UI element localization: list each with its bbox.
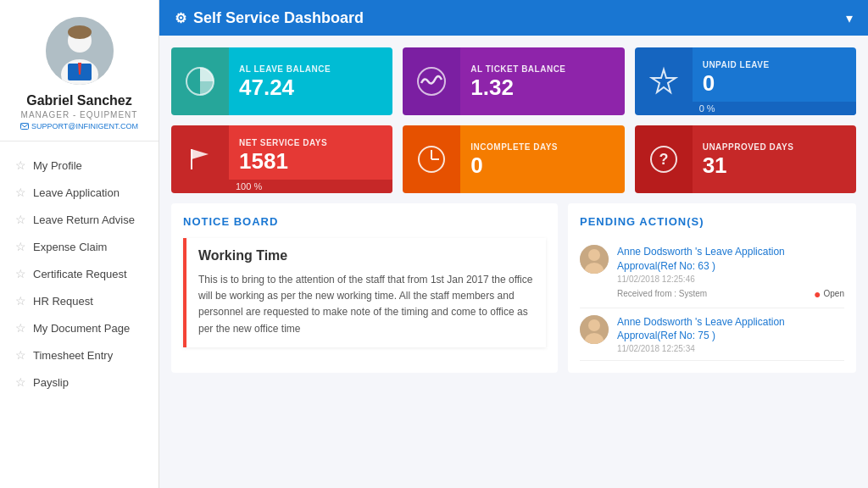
star-icon: ☆	[15, 267, 26, 280]
main-panel: ⚙ Self Service Dashboard ▾ AL LEAVE BALA…	[159, 0, 868, 488]
header: ⚙ Self Service Dashboard ▾	[159, 0, 868, 36]
sidebar-item-label: Payslip	[33, 376, 69, 389]
star-icon: ☆	[15, 186, 26, 199]
incomplete-days-card: INCOMPLETE DAYS 0	[403, 125, 624, 193]
pending-date-2: 11/02/2018 12:25:34	[617, 344, 844, 353]
user-role: MANAGER - EQUIPMENT	[21, 110, 138, 119]
net-service-days-card: NET SERVICE DAYS 1581 100 %	[171, 125, 392, 193]
net-service-label: NET SERVICE DAYS	[239, 138, 382, 147]
sidebar-divider	[0, 141, 159, 141]
flag-icon	[185, 144, 215, 175]
incomplete-value: 0	[470, 154, 614, 176]
wave-icon	[415, 64, 448, 98]
star-icon: ☆	[15, 375, 26, 389]
svg-marker-11	[192, 149, 209, 159]
stats-row-2: NET SERVICE DAYS 1581 100 % INCOMPLETE D…	[171, 125, 856, 193]
al-ticket-label: AL TICKET BALANCE	[470, 64, 614, 74]
net-service-value: 1581	[239, 150, 382, 172]
user-email: SUPPORT@INFINIGENT.COM	[20, 122, 138, 130]
al-ticket-value: 1.32	[470, 76, 614, 98]
sidebar-item-my-document-page[interactable]: ☆ My Document Page	[0, 314, 159, 341]
unapproved-label: UNAPPROVED DAYS	[703, 142, 846, 152]
notice-card: Working Time This is to bring to the att…	[183, 238, 546, 347]
unpaid-info: UNPAID LEAVE 0 0 %	[693, 47, 856, 115]
star-icon	[647, 64, 681, 98]
al-ticket-balance-card: AL TICKET BALANCE 1.32	[403, 47, 624, 115]
al-leave-label: AL LEAVE BALANCE	[239, 64, 382, 74]
pending-name-2: Anne Dodsworth 's Leave Application Appr…	[617, 315, 844, 344]
pending-avatar-2	[580, 315, 609, 344]
unapproved-icon-area: ?	[635, 125, 693, 193]
star-icon: ☆	[15, 158, 26, 172]
clock-icon	[415, 143, 448, 175]
svg-point-2	[68, 25, 92, 39]
star-icon: ☆	[15, 213, 26, 226]
chevron-down-icon[interactable]: ▾	[846, 10, 853, 26]
unpaid-leave-card: UNPAID LEAVE 0 0 %	[635, 47, 856, 115]
sidebar-item-my-profile[interactable]: ☆ My Profile	[0, 152, 159, 179]
avatar	[46, 17, 114, 85]
stats-row-1: AL LEAVE BALANCE 47.24 AL TICKET BALANCE…	[171, 47, 856, 115]
unpaid-value: 0	[703, 72, 846, 94]
sidebar-item-leave-application[interactable]: ☆ Leave Application	[0, 179, 159, 206]
sidebar-item-label: Leave Application	[33, 186, 120, 199]
notice-card-title: Working Time	[198, 248, 534, 263]
dashboard-content: AL LEAVE BALANCE 47.24 AL TICKET BALANCE…	[159, 36, 868, 488]
pending-info-2: Anne Dodsworth 's Leave Application Appr…	[617, 315, 844, 354]
sidebar-item-label: Timesheet Entry	[33, 349, 113, 362]
nav-list: ☆ My Profile ☆ Leave Application ☆ Leave…	[0, 152, 159, 396]
al-ticket-info: AL TICKET BALANCE 1.32	[460, 47, 624, 115]
sidebar-item-timesheet-entry[interactable]: ☆ Timesheet Entry	[0, 341, 159, 369]
pending-panel-title: PENDING ACTION(S)	[580, 215, 844, 228]
sidebar-item-leave-return-advise[interactable]: ☆ Leave Return Advise	[0, 206, 159, 233]
sidebar-item-label: My Document Page	[33, 322, 130, 335]
pending-panel: PENDING ACTION(S) Anne Dodsworth 's Leav…	[568, 203, 856, 373]
sidebar-item-expense-claim[interactable]: ☆ Expense Claim	[0, 233, 159, 260]
open-label: Open	[824, 289, 844, 298]
unapproved-days-card: ? UNAPPROVED DAYS 31	[635, 125, 856, 193]
svg-text:?: ?	[659, 151, 668, 168]
sidebar: Gabriel Sanchez MANAGER - EQUIPMENT SUPP…	[0, 0, 159, 488]
pending-avatar-1	[580, 245, 609, 274]
sidebar-item-label: HR Request	[33, 295, 93, 308]
open-dot-icon: ●	[814, 287, 821, 301]
sidebar-item-certificate-request[interactable]: ☆ Certificate Request	[0, 260, 159, 287]
pending-name-1: Anne Dodsworth 's Leave Application Appr…	[617, 245, 844, 274]
header-title: ⚙ Self Service Dashboard	[175, 9, 364, 27]
pending-from-1: Received from : System	[617, 289, 707, 298]
sidebar-item-label: My Profile	[33, 159, 82, 172]
unapproved-value: 31	[703, 154, 846, 176]
al-leave-icon-area	[171, 47, 229, 115]
notice-card-body: This is to bring to the attention of the…	[198, 272, 534, 337]
sidebar-item-label: Certificate Request	[33, 268, 127, 280]
pie-chart-icon	[183, 64, 217, 98]
notice-board-title: NOTICE BOARD	[183, 215, 546, 228]
incomplete-info: INCOMPLETE DAYS 0	[460, 125, 624, 193]
unpaid-percent: 0 %	[693, 102, 856, 115]
pending-item: Anne Dodsworth 's Leave Application Appr…	[580, 308, 844, 362]
star-icon: ☆	[15, 348, 26, 362]
star-icon: ☆	[15, 240, 26, 253]
pending-date-1: 11/02/2018 12:25:46	[617, 274, 844, 284]
al-leave-info: AL LEAVE BALANCE 47.24	[229, 47, 392, 115]
svg-point-21	[588, 319, 600, 331]
incomplete-icon-area	[403, 125, 460, 193]
star-icon: ☆	[15, 321, 26, 335]
incomplete-label: INCOMPLETE DAYS	[470, 142, 614, 152]
svg-point-18	[588, 249, 600, 261]
email-icon	[20, 122, 29, 130]
al-ticket-icon-area	[403, 47, 460, 115]
sidebar-item-label: Leave Return Advise	[33, 214, 135, 226]
sidebar-item-label: Expense Claim	[33, 241, 107, 253]
al-leave-value: 47.24	[239, 76, 382, 98]
dashboard-icon: ⚙	[175, 10, 186, 26]
unapproved-info: UNAPPROVED DAYS 31	[693, 125, 856, 193]
pending-status-1: ● Open	[814, 284, 844, 301]
notice-board: NOTICE BOARD Working Time This is to bri…	[171, 203, 558, 373]
sidebar-item-payslip[interactable]: ☆ Payslip	[0, 369, 159, 396]
unpaid-label: UNPAID LEAVE	[703, 60, 846, 69]
sidebar-item-hr-request[interactable]: ☆ HR Request	[0, 287, 159, 314]
unpaid-icon-area	[635, 47, 693, 115]
question-circle-icon: ?	[648, 143, 680, 175]
pending-item: Anne Dodsworth 's Leave Application Appr…	[580, 238, 844, 308]
